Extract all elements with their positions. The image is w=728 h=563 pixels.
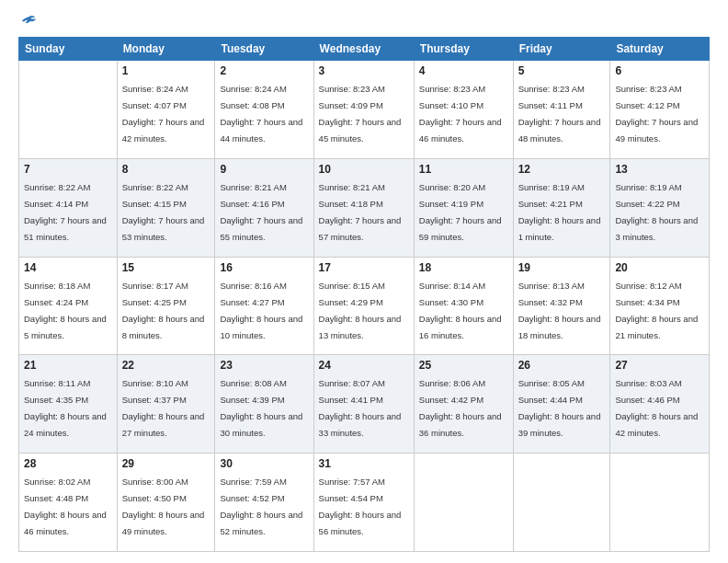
day-info: Sunrise: 8:21 AMSunset: 4:18 PMDaylight:… [319, 182, 402, 242]
day-cell: 21 Sunrise: 8:11 AMSunset: 4:35 PMDaylig… [19, 355, 118, 454]
day-info: Sunrise: 8:10 AMSunset: 4:37 PMDaylight:… [122, 378, 205, 438]
day-info: Sunrise: 8:12 AMSunset: 4:34 PMDaylight:… [615, 281, 698, 340]
day-info: Sunrise: 8:21 AMSunset: 4:16 PMDaylight:… [220, 182, 302, 242]
day-cell: 11 Sunrise: 8:20 AMSunset: 4:19 PMDaylig… [414, 158, 513, 257]
day-number: 10 [319, 163, 409, 176]
logo-bird-icon [20, 15, 37, 28]
day-info: Sunrise: 8:13 AMSunset: 4:32 PMDaylight:… [518, 281, 601, 340]
day-number: 24 [319, 359, 409, 372]
day-number: 5 [518, 64, 606, 77]
day-info: Sunrise: 8:17 AMSunset: 4:25 PMDaylight:… [122, 281, 205, 340]
day-cell: 3 Sunrise: 8:23 AMSunset: 4:09 PMDayligh… [313, 61, 414, 159]
day-cell: 23 Sunrise: 8:08 AMSunset: 4:39 PMDaylig… [215, 355, 313, 454]
day-info: Sunrise: 8:00 AMSunset: 4:50 PMDaylight:… [122, 477, 205, 536]
day-cell: 16 Sunrise: 8:16 AMSunset: 4:27 PMDaylig… [215, 257, 313, 355]
day-number: 23 [220, 359, 308, 372]
day-info: Sunrise: 8:23 AMSunset: 4:11 PMDaylight:… [518, 84, 601, 144]
day-info: Sunrise: 8:24 AMSunset: 4:08 PMDaylight:… [220, 84, 302, 144]
day-number: 22 [122, 359, 210, 372]
day-cell: 17 Sunrise: 8:15 AMSunset: 4:29 PMDaylig… [313, 257, 414, 355]
day-number: 20 [615, 261, 704, 274]
week-row-1: 7 Sunrise: 8:22 AMSunset: 4:14 PMDayligh… [19, 158, 710, 257]
day-cell: 1 Sunrise: 8:24 AMSunset: 4:07 PMDayligh… [117, 61, 215, 159]
day-cell: 7 Sunrise: 8:22 AMSunset: 4:14 PMDayligh… [19, 158, 118, 257]
day-cell: 15 Sunrise: 8:17 AMSunset: 4:25 PMDaylig… [117, 257, 215, 355]
day-cell: 5 Sunrise: 8:23 AMSunset: 4:11 PMDayligh… [513, 61, 610, 159]
day-number: 26 [518, 359, 606, 372]
day-info: Sunrise: 8:19 AMSunset: 4:22 PMDaylight:… [615, 182, 698, 242]
day-cell: 4 Sunrise: 8:23 AMSunset: 4:10 PMDayligh… [414, 61, 513, 159]
day-cell: 26 Sunrise: 8:05 AMSunset: 4:44 PMDaylig… [513, 355, 610, 454]
day-number: 17 [319, 261, 409, 274]
day-info: Sunrise: 8:22 AMSunset: 4:15 PMDaylight:… [122, 182, 205, 242]
day-number: 27 [615, 359, 704, 372]
day-info: Sunrise: 8:06 AMSunset: 4:42 PMDaylight:… [419, 378, 502, 438]
day-number: 15 [122, 261, 210, 274]
day-info: Sunrise: 8:05 AMSunset: 4:44 PMDaylight:… [518, 378, 601, 438]
day-cell: 28 Sunrise: 8:02 AMSunset: 4:48 PMDaylig… [19, 454, 118, 552]
day-number: 19 [518, 261, 606, 274]
day-info: Sunrise: 7:59 AMSunset: 4:52 PMDaylight:… [220, 477, 302, 536]
day-info: Sunrise: 8:20 AMSunset: 4:19 PMDaylight:… [419, 182, 502, 242]
day-cell: 8 Sunrise: 8:22 AMSunset: 4:15 PMDayligh… [117, 158, 215, 257]
day-number: 16 [220, 261, 308, 274]
day-number: 9 [220, 163, 308, 176]
week-row-3: 21 Sunrise: 8:11 AMSunset: 4:35 PMDaylig… [19, 355, 710, 454]
day-number: 6 [615, 64, 704, 77]
day-info: Sunrise: 7:57 AMSunset: 4:54 PMDaylight:… [319, 477, 402, 536]
day-number: 13 [615, 163, 704, 176]
day-number: 2 [220, 64, 308, 77]
week-row-4: 28 Sunrise: 8:02 AMSunset: 4:48 PMDaylig… [19, 454, 710, 552]
day-number: 29 [122, 457, 210, 470]
day-info: Sunrise: 8:07 AMSunset: 4:41 PMDaylight:… [319, 378, 402, 438]
col-monday: Monday [117, 38, 215, 61]
col-wednesday: Wednesday [313, 38, 414, 61]
day-info: Sunrise: 8:23 AMSunset: 4:12 PMDaylight:… [615, 84, 698, 144]
day-number: 8 [122, 163, 210, 176]
logo [18, 15, 37, 28]
day-cell: 25 Sunrise: 8:06 AMSunset: 4:42 PMDaylig… [414, 355, 513, 454]
day-cell: 12 Sunrise: 8:19 AMSunset: 4:21 PMDaylig… [513, 158, 610, 257]
col-thursday: Thursday [414, 38, 513, 61]
day-cell: 10 Sunrise: 8:21 AMSunset: 4:18 PMDaylig… [313, 158, 414, 257]
day-info: Sunrise: 8:15 AMSunset: 4:29 PMDaylight:… [319, 281, 402, 340]
calendar-table: Sunday Monday Tuesday Wednesday Thursday… [18, 37, 710, 552]
day-cell: 31 Sunrise: 7:57 AMSunset: 4:54 PMDaylig… [313, 454, 414, 552]
day-number: 25 [419, 359, 508, 372]
day-number: 18 [419, 261, 508, 274]
day-number: 3 [319, 64, 409, 77]
day-number: 30 [220, 457, 308, 470]
day-number: 31 [319, 457, 409, 470]
day-info: Sunrise: 8:08 AMSunset: 4:39 PMDaylight:… [220, 378, 302, 438]
day-cell [19, 61, 118, 159]
day-cell: 2 Sunrise: 8:24 AMSunset: 4:08 PMDayligh… [215, 61, 313, 159]
day-cell: 22 Sunrise: 8:10 AMSunset: 4:37 PMDaylig… [117, 355, 215, 454]
day-number: 14 [24, 261, 112, 274]
day-info: Sunrise: 8:16 AMSunset: 4:27 PMDaylight:… [220, 281, 302, 340]
day-number: 12 [518, 163, 606, 176]
day-info: Sunrise: 8:24 AMSunset: 4:07 PMDaylight:… [122, 84, 205, 144]
day-info: Sunrise: 8:11 AMSunset: 4:35 PMDaylight:… [24, 378, 107, 438]
week-row-0: 1 Sunrise: 8:24 AMSunset: 4:07 PMDayligh… [19, 61, 710, 159]
day-cell: 13 Sunrise: 8:19 AMSunset: 4:22 PMDaylig… [610, 158, 710, 257]
day-cell: 18 Sunrise: 8:14 AMSunset: 4:30 PMDaylig… [414, 257, 513, 355]
day-cell: 24 Sunrise: 8:07 AMSunset: 4:41 PMDaylig… [313, 355, 414, 454]
col-saturday: Saturday [610, 38, 710, 61]
day-cell: 29 Sunrise: 8:00 AMSunset: 4:50 PMDaylig… [117, 454, 215, 552]
day-info: Sunrise: 8:23 AMSunset: 4:10 PMDaylight:… [419, 84, 502, 144]
logo-text [18, 15, 37, 28]
day-cell: 6 Sunrise: 8:23 AMSunset: 4:12 PMDayligh… [610, 61, 710, 159]
day-cell: 14 Sunrise: 8:18 AMSunset: 4:24 PMDaylig… [19, 257, 118, 355]
col-sunday: Sunday [19, 38, 118, 61]
day-cell: 19 Sunrise: 8:13 AMSunset: 4:32 PMDaylig… [513, 257, 610, 355]
day-cell: 30 Sunrise: 7:59 AMSunset: 4:52 PMDaylig… [215, 454, 313, 552]
day-number: 1 [122, 64, 210, 77]
col-friday: Friday [513, 38, 610, 61]
day-info: Sunrise: 8:19 AMSunset: 4:21 PMDaylight:… [518, 182, 601, 242]
col-tuesday: Tuesday [215, 38, 313, 61]
day-info: Sunrise: 8:23 AMSunset: 4:09 PMDaylight:… [319, 84, 402, 144]
day-info: Sunrise: 8:03 AMSunset: 4:46 PMDaylight:… [615, 378, 698, 438]
day-info: Sunrise: 8:14 AMSunset: 4:30 PMDaylight:… [419, 281, 502, 340]
week-row-2: 14 Sunrise: 8:18 AMSunset: 4:24 PMDaylig… [19, 257, 710, 355]
day-cell: 20 Sunrise: 8:12 AMSunset: 4:34 PMDaylig… [610, 257, 710, 355]
